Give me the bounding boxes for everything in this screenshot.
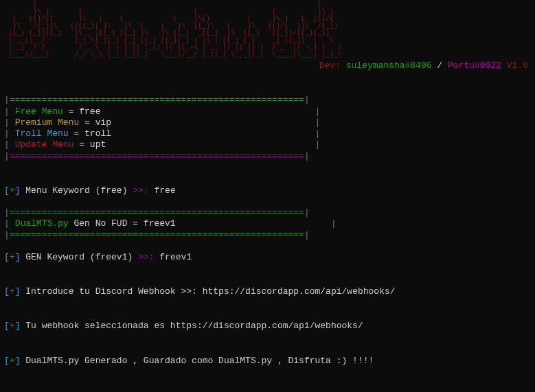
gen-keyword-label: GEN Keyword (freev1) (20, 252, 138, 262)
menu-item-troll: | Troll Menu = troll | (4, 128, 531, 139)
gen-label: Gen No FUD = (69, 218, 144, 229)
plus-icon: + (10, 185, 15, 196)
gen-divider-bottom: |=======================================… (4, 230, 531, 241)
prompt-arrow: >>: (138, 252, 154, 262)
webhook-input[interactable]: https://discordapp.com/api/webhooks/ (197, 286, 396, 297)
menu-divider-bottom: |=======================================… (4, 151, 531, 162)
generated-text: DualMTS.py Generado , Guardado como Dual… (20, 356, 374, 366)
webhook-selected-line: [+] Tu webhook seleccionada es https://d… (4, 321, 531, 332)
prompt-arrow: >>: (133, 185, 148, 196)
menu-keyword-input[interactable]: free (149, 185, 176, 196)
gen-divider-top: |=======================================… (4, 207, 531, 218)
generated-line: [+] DualMTS.py Generado , Guardado como … (4, 356, 531, 367)
webhook-prompt[interactable]: [+] Introduce tu Discord Webhook >>: htt… (4, 286, 531, 297)
dev-author-1: suleymansha#8496 (346, 60, 432, 71)
gen-filename: DualMTS.py (15, 218, 69, 229)
gen-item-row: | DualMTS.py Gen No FUD = freev1 | (4, 218, 531, 229)
dev-label: Dev: (319, 60, 341, 71)
plus-icon: + (10, 286, 15, 297)
plus-icon: + (10, 321, 15, 331)
ascii-banner: ( ( )\ ) ( ( ( )\ ) ( (()/(( )\ ( ( ( )\ (4, 1, 531, 59)
dev-version: V1.0 (507, 60, 528, 71)
menu-keyword-label: Menu Keyword (free) (20, 185, 133, 196)
menu-item-free: | Free Menu = free | (4, 106, 531, 117)
dev-credit-line: Dev: suleymansha#8496 / Portu#0022 V1.0 (4, 60, 531, 71)
plus-icon: + (10, 252, 15, 262)
webhook-prompt-label: Introduce tu Discord Webhook (20, 286, 181, 297)
plus-icon: + (10, 356, 15, 366)
menu-premium-label: Premium Menu (15, 117, 80, 128)
menu-update-label: Update Menu (15, 139, 74, 150)
bracket-open: [ (4, 185, 10, 196)
gen-value: freev1 (144, 218, 176, 229)
menu-keyword-prompt[interactable]: [+] Menu Keyword (free) >>: free (4, 185, 531, 196)
dev-author-2: Portu#0022 (448, 60, 501, 71)
menu-free-label: Free Menu (15, 106, 63, 117)
dev-separator: / (437, 60, 442, 71)
prompt-arrow: >>: (181, 286, 196, 297)
gen-keyword-input[interactable]: freev1 (154, 252, 192, 262)
gen-keyword-prompt[interactable]: [+] GEN Keyword (freev1) >>: freev1 (4, 252, 531, 263)
menu-item-premium: | Premium Menu = vip | (4, 117, 531, 128)
menu-divider-top: |=======================================… (4, 95, 531, 106)
webhook-selected-text: Tu webhook seleccionada es https://disco… (20, 321, 363, 331)
menu-troll-label: Troll Menu (15, 128, 69, 139)
menu-item-update: | Update Menu = upt | (4, 139, 531, 150)
